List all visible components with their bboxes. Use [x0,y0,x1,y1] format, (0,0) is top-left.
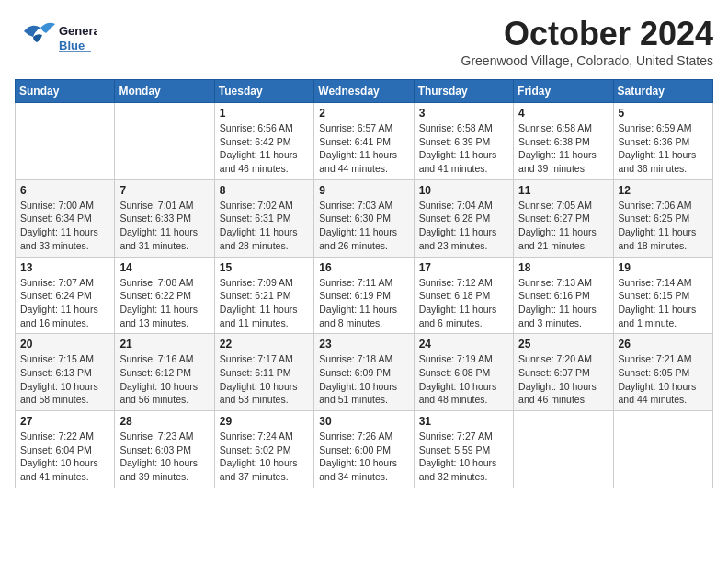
page-header: General Blue October 2024 Greenwood Vill… [15,15,713,68]
calendar-cell: 23Sunrise: 7:18 AMSunset: 6:09 PMDayligh… [314,334,414,411]
title-block: October 2024 Greenwood Village, Colorado… [461,15,713,68]
calendar-cell: 20Sunrise: 7:15 AMSunset: 6:13 PMDayligh… [16,334,115,411]
day-number: 20 [20,338,109,350]
day-number: 30 [319,415,408,428]
calendar-cell: 5Sunrise: 6:59 AMSunset: 6:36 PMDaylight… [613,103,712,180]
calendar-cell: 4Sunrise: 6:58 AMSunset: 6:38 PMDaylight… [514,103,613,180]
day-number: 18 [518,261,608,274]
day-number: 31 [419,415,508,428]
calendar-cell: 24Sunrise: 7:19 AMSunset: 6:08 PMDayligh… [414,334,513,411]
day-number: 16 [319,261,408,274]
day-number: 3 [419,107,508,120]
day-info: Sunrise: 7:09 AMSunset: 6:21 PMDaylight:… [220,276,309,330]
calendar-cell: 22Sunrise: 7:17 AMSunset: 6:11 PMDayligh… [214,334,313,411]
svg-text:General: General [59,24,97,38]
logo: General Blue [15,15,97,61]
calendar-cell: 21Sunrise: 7:16 AMSunset: 6:12 PMDayligh… [115,334,214,411]
day-number: 6 [20,184,109,197]
day-info: Sunrise: 7:03 AMSunset: 6:30 PMDaylight:… [319,199,408,253]
calendar-cell: 17Sunrise: 7:12 AMSunset: 6:18 PMDayligh… [414,257,513,334]
calendar-cell: 14Sunrise: 7:08 AMSunset: 6:22 PMDayligh… [115,257,214,334]
calendar-cell: 11Sunrise: 7:05 AMSunset: 6:27 PMDayligh… [514,179,613,257]
day-number: 26 [619,338,708,350]
weekday-header-thursday: Thursday [414,80,513,103]
weekday-header-row: SundayMondayTuesdayWednesdayThursdayFrid… [16,80,713,103]
day-number: 29 [220,415,309,428]
calendar-cell: 15Sunrise: 7:09 AMSunset: 6:21 PMDayligh… [214,257,313,334]
day-number: 4 [518,107,608,120]
calendar-cell: 6Sunrise: 7:00 AMSunset: 6:34 PMDaylight… [16,179,115,257]
day-info: Sunrise: 7:26 AMSunset: 6:00 PMDaylight:… [319,430,408,484]
day-info: Sunrise: 7:00 AMSunset: 6:34 PMDaylight:… [20,199,109,253]
day-info: Sunrise: 7:18 AMSunset: 6:09 PMDaylight:… [319,352,408,407]
day-number: 9 [319,184,408,197]
calendar-cell [16,103,115,180]
day-info: Sunrise: 7:05 AMSunset: 6:27 PMDaylight:… [518,199,608,253]
day-number: 21 [119,338,209,350]
day-number: 28 [119,415,209,428]
weekday-header-wednesday: Wednesday [314,80,414,103]
calendar-cell: 8Sunrise: 7:02 AMSunset: 6:31 PMDaylight… [214,179,313,257]
day-info: Sunrise: 6:57 AMSunset: 6:41 PMDaylight:… [319,121,408,176]
week-row-4: 20Sunrise: 7:15 AMSunset: 6:13 PMDayligh… [16,334,713,411]
calendar-cell: 3Sunrise: 6:58 AMSunset: 6:39 PMDaylight… [414,103,513,180]
calendar-cell: 31Sunrise: 7:27 AMSunset: 5:59 PMDayligh… [414,411,513,488]
day-info: Sunrise: 7:20 AMSunset: 6:07 PMDaylight:… [518,352,608,407]
day-info: Sunrise: 7:12 AMSunset: 6:18 PMDaylight:… [419,276,508,330]
day-info: Sunrise: 7:21 AMSunset: 6:05 PMDaylight:… [619,352,708,407]
calendar-cell: 16Sunrise: 7:11 AMSunset: 6:19 PMDayligh… [314,257,414,334]
day-info: Sunrise: 7:16 AMSunset: 6:12 PMDaylight:… [119,352,209,407]
day-info: Sunrise: 6:59 AMSunset: 6:36 PMDaylight:… [619,121,708,176]
day-number: 14 [119,261,209,274]
day-info: Sunrise: 7:11 AMSunset: 6:19 PMDaylight:… [319,276,408,330]
calendar-cell: 19Sunrise: 7:14 AMSunset: 6:15 PMDayligh… [613,257,712,334]
calendar-cell [613,411,712,488]
calendar-cell: 26Sunrise: 7:21 AMSunset: 6:05 PMDayligh… [613,334,712,411]
calendar-cell: 7Sunrise: 7:01 AMSunset: 6:33 PMDaylight… [115,179,214,257]
calendar-cell: 1Sunrise: 6:56 AMSunset: 6:42 PMDaylight… [214,103,313,180]
calendar-cell: 10Sunrise: 7:04 AMSunset: 6:28 PMDayligh… [414,179,513,257]
day-info: Sunrise: 6:58 AMSunset: 6:39 PMDaylight:… [419,121,508,176]
location: Greenwood Village, Colorado, United Stat… [461,53,713,68]
day-number: 27 [20,415,109,428]
day-info: Sunrise: 7:13 AMSunset: 6:16 PMDaylight:… [518,276,608,330]
day-info: Sunrise: 7:14 AMSunset: 6:15 PMDaylight:… [619,276,708,330]
day-info: Sunrise: 7:15 AMSunset: 6:13 PMDaylight:… [20,352,109,407]
day-number: 12 [619,184,708,197]
day-info: Sunrise: 6:58 AMSunset: 6:38 PMDaylight:… [518,121,608,176]
calendar-cell [514,411,613,488]
day-info: Sunrise: 7:04 AMSunset: 6:28 PMDaylight:… [419,199,508,253]
logo-svg: General Blue [15,15,97,61]
day-number: 2 [319,107,408,120]
calendar-cell: 25Sunrise: 7:20 AMSunset: 6:07 PMDayligh… [514,334,613,411]
week-row-3: 13Sunrise: 7:07 AMSunset: 6:24 PMDayligh… [16,257,713,334]
day-info: Sunrise: 7:27 AMSunset: 5:59 PMDaylight:… [419,430,508,484]
day-number: 22 [220,338,309,350]
day-info: Sunrise: 7:19 AMSunset: 6:08 PMDaylight:… [419,352,508,407]
day-number: 17 [419,261,508,274]
calendar-cell: 9Sunrise: 7:03 AMSunset: 6:30 PMDaylight… [314,179,414,257]
day-number: 15 [220,261,309,274]
calendar-cell: 13Sunrise: 7:07 AMSunset: 6:24 PMDayligh… [16,257,115,334]
weekday-header-saturday: Saturday [613,80,712,103]
day-number: 19 [619,261,708,274]
day-number: 5 [619,107,708,120]
calendar-cell: 18Sunrise: 7:13 AMSunset: 6:16 PMDayligh… [514,257,613,334]
month-title: October 2024 [461,15,713,53]
day-number: 23 [319,338,408,350]
day-info: Sunrise: 7:08 AMSunset: 6:22 PMDaylight:… [119,276,209,330]
day-info: Sunrise: 6:56 AMSunset: 6:42 PMDaylight:… [220,121,309,176]
day-info: Sunrise: 7:17 AMSunset: 6:11 PMDaylight:… [220,352,309,407]
day-info: Sunrise: 7:06 AMSunset: 6:25 PMDaylight:… [619,199,708,253]
svg-text:Blue: Blue [59,39,85,52]
day-number: 10 [419,184,508,197]
week-row-2: 6Sunrise: 7:00 AMSunset: 6:34 PMDaylight… [16,179,713,257]
calendar-cell: 29Sunrise: 7:24 AMSunset: 6:02 PMDayligh… [214,411,313,488]
day-number: 25 [518,338,608,350]
day-number: 8 [220,184,309,197]
day-info: Sunrise: 7:22 AMSunset: 6:04 PMDaylight:… [20,430,109,484]
weekday-header-friday: Friday [514,80,613,103]
week-row-1: 1Sunrise: 6:56 AMSunset: 6:42 PMDaylight… [16,103,713,180]
calendar-cell: 27Sunrise: 7:22 AMSunset: 6:04 PMDayligh… [16,411,115,488]
calendar-table: SundayMondayTuesdayWednesdayThursdayFrid… [15,79,713,488]
